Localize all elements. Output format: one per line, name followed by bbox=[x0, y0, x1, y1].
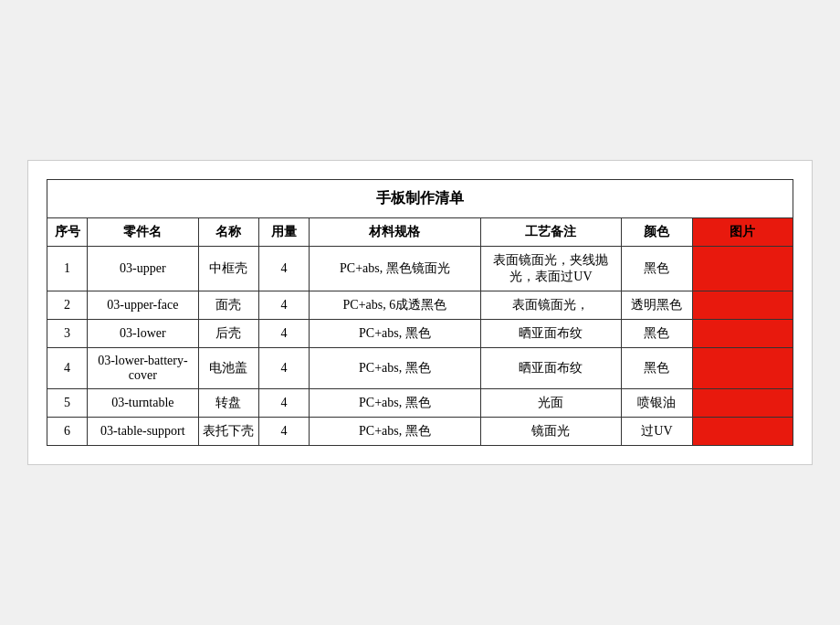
main-table: 序号 零件名 名称 用量 材料规格 工艺备注 颜色 图片 103-upper中框… bbox=[47, 217, 793, 446]
cell-row4-col4: 4 bbox=[258, 348, 309, 389]
cell-row6-col4: 4 bbox=[258, 418, 309, 446]
cell-row1-col4: 4 bbox=[258, 247, 309, 291]
cell-row5-col8 bbox=[692, 389, 793, 418]
header-color: 颜色 bbox=[622, 218, 692, 247]
cell-row3-col3: 后壳 bbox=[198, 320, 258, 348]
cell-row1-col3: 中框壳 bbox=[198, 247, 258, 291]
table-row: 303-lower后壳4PC+abs, 黑色晒亚面布纹黑色 bbox=[47, 320, 793, 348]
cell-row5-col7: 喷银油 bbox=[622, 389, 692, 418]
cell-row6-col1: 6 bbox=[47, 418, 88, 446]
cell-row5-col2: 03-turntable bbox=[88, 389, 198, 418]
cell-row3-col6: 晒亚面布纹 bbox=[480, 320, 622, 348]
header-name: 名称 bbox=[198, 218, 258, 247]
cell-row2-col3: 面壳 bbox=[198, 291, 258, 320]
header-qty: 用量 bbox=[258, 218, 309, 247]
cell-row3-col4: 4 bbox=[258, 320, 309, 348]
cell-row3-col2: 03-lower bbox=[88, 320, 198, 348]
cell-row4-col8 bbox=[692, 348, 793, 389]
page-wrapper: 手板制作清单 序号 零件名 名称 用量 材料规格 工艺备注 颜色 图片 103-… bbox=[27, 160, 813, 465]
cell-row6-col8 bbox=[692, 418, 793, 446]
cell-row5-col4: 4 bbox=[258, 389, 309, 418]
cell-row4-col5: PC+abs, 黑色 bbox=[310, 348, 481, 389]
table-title: 手板制作清单 bbox=[47, 179, 793, 217]
cell-row5-col5: PC+abs, 黑色 bbox=[310, 389, 481, 418]
header-part: 零件名 bbox=[88, 218, 198, 247]
cell-row6-col5: PC+abs, 黑色 bbox=[310, 418, 481, 446]
cell-row6-col7: 过UV bbox=[622, 418, 692, 446]
table-row: 503-turntable转盘4PC+abs, 黑色光面喷银油 bbox=[47, 389, 793, 418]
cell-row2-col2: 03-upper-face bbox=[88, 291, 198, 320]
table-row: 403-lower-battery-cover电池盖4PC+abs, 黑色晒亚面… bbox=[47, 348, 793, 389]
cell-row1-col8 bbox=[692, 247, 793, 291]
cell-row3-col8 bbox=[692, 320, 793, 348]
cell-row4-col7: 黑色 bbox=[622, 348, 692, 389]
cell-row1-col7: 黑色 bbox=[622, 247, 692, 291]
cell-row2-col6: 表面镜面光， bbox=[480, 291, 622, 320]
cell-row3-col1: 3 bbox=[47, 320, 88, 348]
header-spec: 材料规格 bbox=[310, 218, 481, 247]
cell-row5-col1: 5 bbox=[47, 389, 88, 418]
cell-row2-col4: 4 bbox=[258, 291, 309, 320]
header-process: 工艺备注 bbox=[480, 218, 622, 247]
cell-row1-col5: PC+abs, 黑色镜面光 bbox=[310, 247, 481, 291]
cell-row4-col2: 03-lower-battery-cover bbox=[88, 348, 198, 389]
cell-row3-col7: 黑色 bbox=[622, 320, 692, 348]
table-row: 203-upper-face面壳4PC+abs, 6成透黑色表面镜面光，透明黑色 bbox=[47, 291, 793, 320]
table-body: 103-upper中框壳4PC+abs, 黑色镜面光表面镜面光，夹线抛光，表面过… bbox=[47, 247, 793, 446]
header-seq: 序号 bbox=[47, 218, 88, 247]
cell-row6-col3: 表托下壳 bbox=[198, 418, 258, 446]
cell-row2-col1: 2 bbox=[47, 291, 88, 320]
cell-row1-col1: 1 bbox=[47, 247, 88, 291]
header-row: 序号 零件名 名称 用量 材料规格 工艺备注 颜色 图片 bbox=[47, 218, 793, 247]
cell-row3-col5: PC+abs, 黑色 bbox=[310, 320, 481, 348]
cell-row1-col2: 03-upper bbox=[88, 247, 198, 291]
cell-row2-col5: PC+abs, 6成透黑色 bbox=[310, 291, 481, 320]
cell-row5-col3: 转盘 bbox=[198, 389, 258, 418]
cell-row4-col6: 晒亚面布纹 bbox=[480, 348, 622, 389]
cell-row1-col6: 表面镜面光，夹线抛光，表面过UV bbox=[480, 247, 622, 291]
cell-row2-col8 bbox=[692, 291, 793, 320]
cell-row4-col1: 4 bbox=[47, 348, 88, 389]
table-row: 603-table-support表托下壳4PC+abs, 黑色镜面光过UV bbox=[47, 418, 793, 446]
cell-row5-col6: 光面 bbox=[480, 389, 622, 418]
cell-row6-col6: 镜面光 bbox=[480, 418, 622, 446]
header-image: 图片 bbox=[692, 218, 793, 247]
cell-row4-col3: 电池盖 bbox=[198, 348, 258, 389]
cell-row6-col2: 03-table-support bbox=[88, 418, 198, 446]
cell-row2-col7: 透明黑色 bbox=[622, 291, 692, 320]
table-row: 103-upper中框壳4PC+abs, 黑色镜面光表面镜面光，夹线抛光，表面过… bbox=[47, 247, 793, 291]
